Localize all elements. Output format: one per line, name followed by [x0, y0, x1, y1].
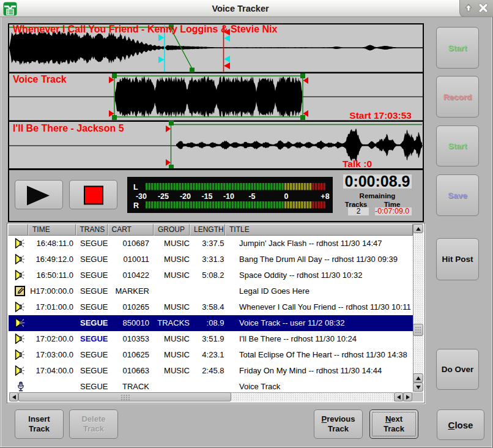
svg-text:Voice Track: Voice Track: [13, 74, 67, 84]
svg-text:-20: -20: [180, 192, 191, 201]
svg-text:I'll Be There - Jackson 5: I'll Be There - Jackson 5: [13, 123, 124, 133]
svg-text:-15: -15: [201, 192, 212, 201]
svg-text:Talk :0: Talk :0: [343, 159, 372, 169]
svg-text:-10: -10: [223, 192, 234, 201]
svg-text:Start 17:03:53: Start 17:03:53: [349, 110, 412, 121]
svg-text:-5: -5: [248, 192, 255, 201]
svg-text:+8: +8: [321, 192, 329, 201]
svg-text:L: L: [133, 183, 138, 192]
svg-text:0: 0: [284, 192, 289, 201]
svg-text:-30: -30: [136, 192, 147, 201]
svg-text:Whenever I Call You Friend - K: Whenever I Call You Friend - Kenny Loggi…: [13, 24, 277, 34]
svg-text:-25: -25: [158, 192, 169, 201]
svg-text:R: R: [133, 201, 139, 210]
